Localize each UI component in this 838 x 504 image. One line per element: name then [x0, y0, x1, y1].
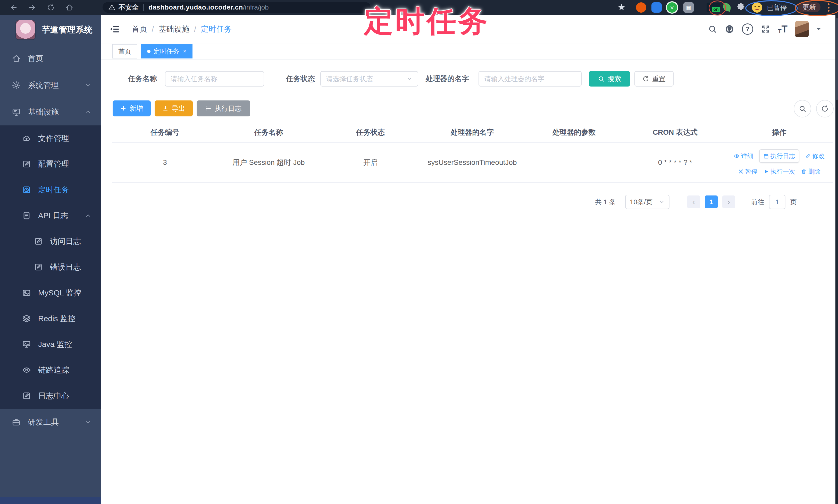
annotation-overlay-text: 定时任务	[364, 2, 490, 41]
sidebar-item-dev-tools[interactable]: 研发工具	[0, 409, 101, 435]
sidebar-item-label: API 日志	[38, 211, 68, 221]
page-size-select[interactable]: 10条/页	[625, 195, 669, 209]
trash-icon	[801, 169, 806, 174]
browser-home-icon[interactable]	[65, 3, 74, 12]
goto-label: 前往	[751, 198, 764, 206]
trace-eye-icon	[22, 366, 31, 375]
pagination: 共 1 条 10条/页 ‹ 1 › 前往 页	[595, 195, 797, 210]
sidebar-submenu-infrastructure: 文件管理 配置管理 定时任务 API 日志 访问日志 错误日志	[0, 125, 101, 409]
extension-icon[interactable]	[651, 2, 662, 13]
exec-log-button[interactable]: 执行日志	[197, 101, 250, 116]
sidebar-item-access-log[interactable]: 访问日志	[0, 229, 101, 254]
sidebar-item-tracing[interactable]: 链路追踪	[0, 357, 101, 383]
pause-link[interactable]: 暂停	[738, 167, 757, 176]
extension-icon[interactable]: ▦	[683, 2, 694, 13]
mysql-icon	[22, 288, 31, 297]
job-status-select[interactable]: 请选择任务状态	[320, 71, 418, 87]
annotation-circle-blue	[745, 0, 798, 16]
delete-link[interactable]: 删除	[801, 167, 820, 176]
extension-icon[interactable]: V	[667, 2, 677, 13]
table-header-row: 任务编号 任务名称 任务状态 处理器的名字 处理器的参数 CRON 表达式 操作	[112, 122, 833, 143]
sidebar-item-label: 系统管理	[28, 80, 59, 91]
run-once-link[interactable]: 执行一次	[763, 167, 795, 176]
avatar-caret-down-icon[interactable]	[816, 28, 821, 33]
bookmark-star-icon[interactable]	[617, 3, 626, 11]
sidebar-item-config-mgmt[interactable]: 配置管理	[0, 151, 101, 177]
sidebar-item-label: 访问日志	[50, 236, 81, 247]
page-unit-label: 页	[790, 198, 797, 206]
sidebar-item-infrastructure[interactable]: 基础设施	[0, 98, 101, 125]
github-icon[interactable]	[725, 24, 734, 34]
font-size-icon[interactable]: TT	[778, 24, 787, 35]
sidebar-item-system-mgmt[interactable]: 系统管理	[0, 72, 101, 98]
scrollbar-thumb[interactable]	[836, 18, 838, 100]
job-name-input[interactable]	[165, 71, 264, 87]
infra-icon	[12, 108, 21, 116]
extensions-puzzle-icon[interactable]	[736, 3, 745, 12]
refresh-table-button[interactable]	[816, 100, 834, 118]
next-page-button[interactable]: ›	[722, 196, 735, 208]
reset-button[interactable]: 重置	[634, 71, 674, 87]
search-button[interactable]: 搜索	[589, 71, 630, 87]
calendar-icon	[763, 153, 769, 159]
export-button[interactable]: 导出	[155, 101, 193, 116]
play-icon	[763, 169, 769, 174]
sidebar-item-error-log[interactable]: 错误日志	[0, 254, 101, 280]
search-icon[interactable]	[708, 24, 717, 34]
sidebar-item-label: 研发工具	[28, 417, 59, 428]
sidebar-item-label: Redis 监控	[38, 313, 75, 324]
sidebar-bottom-bar[interactable]	[0, 497, 101, 504]
edit-icon	[34, 263, 43, 271]
sidebar-item-label: Java 监控	[38, 339, 72, 350]
sidebar-item-home[interactable]: 首页	[0, 45, 101, 72]
list-icon	[205, 105, 212, 111]
sidebar-menu: 首页 系统管理 基础设施 文件管理 配置管理 定时任务	[0, 45, 101, 504]
tab-home[interactable]: 首页	[112, 44, 137, 58]
browser-back-icon[interactable]	[9, 3, 18, 12]
sidebar-item-java-monitor[interactable]: Java 监控	[0, 331, 101, 357]
row-exec-log-link[interactable]: 执行日志	[759, 149, 799, 163]
sidebar-item-api-log[interactable]: API 日志	[0, 203, 101, 229]
close-x-icon	[738, 169, 744, 174]
help-icon[interactable]: ?	[742, 23, 753, 35]
goto-page-input[interactable]	[769, 195, 785, 209]
page-scrollbar[interactable]	[835, 15, 838, 504]
tab-close-icon[interactable]: ×	[183, 48, 186, 55]
java-icon	[22, 340, 31, 349]
table-row: 3 用户 Session 超时 Job 开启 sysUserSessionTim…	[112, 143, 833, 183]
breadcrumb-separator: /	[194, 25, 196, 34]
user-avatar[interactable]	[795, 21, 809, 37]
sidebar-item-file-mgmt[interactable]: 文件管理	[0, 125, 101, 151]
sidebar-item-log-center[interactable]: 日志中心	[0, 383, 101, 409]
breadcrumb-infrastructure[interactable]: 基础设施	[158, 24, 189, 35]
job-status-placeholder: 请选择任务状态	[326, 74, 373, 84]
tab-scheduled-jobs[interactable]: 定时任务 ×	[141, 44, 192, 58]
toggle-search-button[interactable]	[794, 100, 811, 118]
fullscreen-icon[interactable]	[761, 24, 770, 34]
edit-link[interactable]: 修改	[805, 152, 825, 160]
current-page-button[interactable]: 1	[705, 196, 718, 208]
col-handler-name: 处理器的名字	[421, 127, 523, 137]
prev-page-button[interactable]: ‹	[687, 196, 700, 208]
breadcrumb-home[interactable]: 首页	[132, 24, 147, 35]
sidebar-item-label: 日志中心	[38, 391, 69, 401]
sidebar-item-label: 首页	[28, 53, 43, 64]
sidebar-item-mysql-monitor[interactable]: MySQL 监控	[0, 280, 101, 306]
sidebar-item-label: 文件管理	[38, 133, 69, 144]
edit-icon	[34, 237, 43, 246]
handler-name-label: 处理器的名字	[426, 71, 469, 87]
detail-link[interactable]: 详细	[734, 152, 753, 160]
page-size-value: 10条/页	[630, 198, 652, 206]
add-button[interactable]: 新增	[112, 101, 151, 116]
sidebar-item-redis-monitor[interactable]: Redis 监控	[0, 306, 101, 331]
search-button-label: 搜索	[608, 74, 621, 84]
handler-name-input[interactable]	[478, 71, 581, 87]
chevron-up-icon	[85, 109, 91, 115]
sidebar-item-scheduled-jobs[interactable]: 定时任务	[0, 177, 101, 203]
extension-icon[interactable]	[636, 2, 646, 13]
browser-forward-icon[interactable]	[28, 3, 37, 12]
address-bar[interactable]: 不安全 dashboard.yudao.iocoder.cn /infra/jo…	[103, 2, 370, 13]
sidebar-fold-icon[interactable]	[109, 24, 120, 34]
browser-reload-icon[interactable]	[46, 3, 55, 12]
app-logo-row[interactable]: 芋道管理系统	[0, 15, 101, 45]
